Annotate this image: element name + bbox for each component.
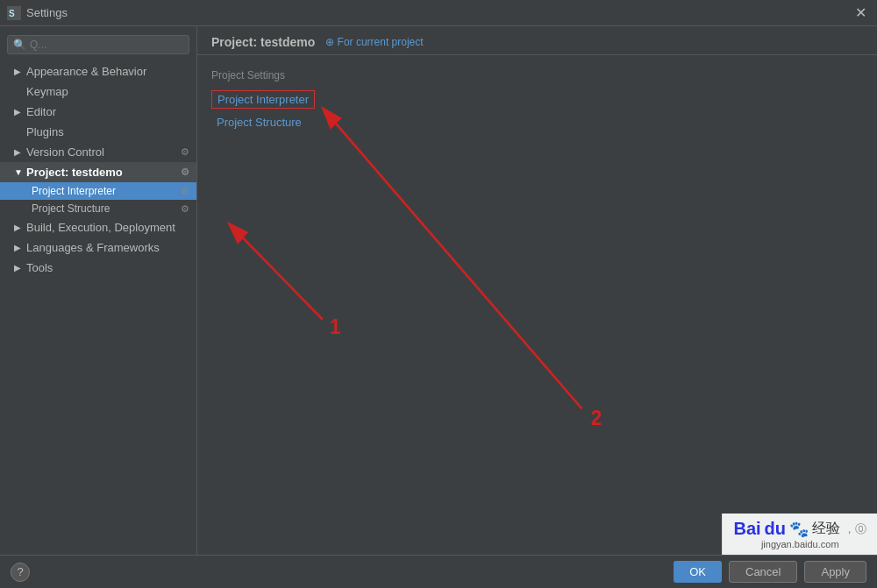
gear-icon: ⚙ xyxy=(181,186,189,197)
baidu-logo: Bai xyxy=(733,519,760,539)
sidebar-item-plugins[interactable]: Plugins xyxy=(0,122,196,142)
apply-button[interactable]: Apply xyxy=(804,561,866,583)
baidu-url: jingyan.baidu.com xyxy=(733,539,866,549)
baidu-suffix: 经验 xyxy=(812,520,840,538)
sidebar-subitem-project-structure[interactable]: Project Structure ⚙ xyxy=(0,200,196,217)
title-bar-left: S Settings xyxy=(7,6,68,20)
help-button[interactable]: ? xyxy=(11,563,30,582)
main-layout: 🔍 ▶ Appearance & Behavior Keymap ▶ Edito… xyxy=(0,26,877,555)
sidebar-item-label: Build, Execution, Deployment xyxy=(26,221,175,234)
content-area: Project: testdemo ⊕ For current project … xyxy=(197,26,877,555)
svg-line-5 xyxy=(323,108,582,408)
bottom-left: ? xyxy=(11,563,30,582)
sidebar-item-editor[interactable]: ▶ Editor xyxy=(0,102,196,122)
project-interpreter-link[interactable]: Project Interpreter xyxy=(211,90,315,109)
svg-text:S: S xyxy=(9,9,15,18)
close-button[interactable]: ✕ xyxy=(852,4,870,22)
current-project-link[interactable]: ⊕ For current project xyxy=(325,36,423,48)
sidebar-item-appearance[interactable]: ▶ Appearance & Behavior xyxy=(0,61,196,81)
gear-icon: ⚙ xyxy=(181,166,189,178)
sidebar: 🔍 ▶ Appearance & Behavior Keymap ▶ Edito… xyxy=(0,26,197,555)
sidebar-item-label: Tools xyxy=(26,261,53,274)
sidebar-item-version-control[interactable]: ▶ Version Control ⚙ xyxy=(0,142,196,162)
search-input[interactable] xyxy=(30,39,183,51)
sidebar-item-label: Project: testdemo xyxy=(26,166,123,179)
arrow-icon: ▶ xyxy=(14,223,23,232)
bottom-right: OK Cancel Apply xyxy=(674,561,866,583)
baidu-paw-icon: 🐾 xyxy=(789,520,809,539)
sidebar-item-tools[interactable]: ▶ Tools xyxy=(0,258,196,278)
arrow-icon: ▶ xyxy=(14,263,23,273)
sidebar-item-label: Keymap xyxy=(26,85,68,98)
sidebar-item-label: Editor xyxy=(26,105,56,118)
gear-icon: ⚙ xyxy=(181,146,189,158)
sidebar-item-label: Appearance & Behavior xyxy=(26,65,146,78)
section-label: Project Settings xyxy=(211,69,863,81)
arrow-icon: ▶ xyxy=(14,67,23,76)
svg-text:1: 1 xyxy=(330,315,341,338)
sidebar-item-label: Languages & Frameworks xyxy=(26,241,160,254)
sidebar-item-label: Version Control xyxy=(26,145,104,159)
window-title: Settings xyxy=(26,6,68,19)
gear-icon: ⚙ xyxy=(181,203,189,215)
svg-text:2: 2 xyxy=(591,406,602,429)
sidebar-item-label: Plugins xyxy=(26,125,64,138)
search-box[interactable]: 🔍 xyxy=(7,35,189,54)
baidu-overlay: Baidu 🐾 经验 ，⓪ jingyan.baidu.com xyxy=(722,514,877,555)
sidebar-subitem-label: Project Structure xyxy=(32,202,110,215)
arrow-icon: ▶ xyxy=(14,243,23,252)
svg-line-3 xyxy=(229,223,323,320)
sidebar-item-build[interactable]: ▶ Build, Execution, Deployment xyxy=(0,217,196,237)
sidebar-item-project-testdemo[interactable]: ▼ Project: testdemo ⚙ xyxy=(0,162,196,182)
sidebar-item-languages[interactable]: ▶ Languages & Frameworks xyxy=(0,237,196,258)
sidebar-item-keymap[interactable]: Keymap xyxy=(0,81,196,102)
arrow-icon: ▼ xyxy=(14,167,23,177)
title-bar: S Settings ✕ xyxy=(0,0,877,26)
arrow-icon: ▶ xyxy=(14,147,23,157)
content-body: Project Settings Project Interpreter Pro… xyxy=(197,55,877,555)
sidebar-subitem-label: Project Interpreter xyxy=(32,185,116,197)
cancel-button[interactable]: Cancel xyxy=(729,561,797,583)
search-icon: 🔍 xyxy=(13,39,26,51)
content-project-title: Project: testdemo xyxy=(211,35,315,49)
app-icon: S xyxy=(7,6,21,20)
project-structure-link[interactable]: Project Structure xyxy=(211,114,863,131)
ok-button[interactable]: OK xyxy=(674,561,722,583)
content-header: Project: testdemo ⊕ For current project xyxy=(197,26,877,55)
arrow-icon: ▶ xyxy=(14,107,23,117)
sidebar-subitem-project-interpreter[interactable]: Project Interpreter ⚙ xyxy=(0,182,196,200)
bottom-bar: ? OK Cancel Apply xyxy=(0,555,877,588)
